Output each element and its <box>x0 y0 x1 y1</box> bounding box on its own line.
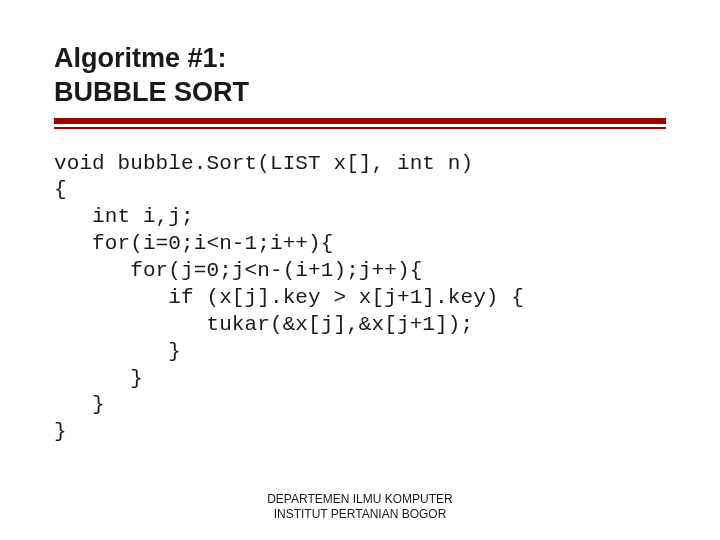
footer: DEPARTEMEN ILMU KOMPUTER INSTITUT PERTAN… <box>0 492 720 522</box>
title-line-1: Algoritme #1: <box>54 43 227 73</box>
title-rule-thin <box>54 127 666 129</box>
title-rule-thick <box>54 118 666 124</box>
title-line-2: BUBBLE SORT <box>54 77 249 107</box>
footer-line-1: DEPARTEMEN ILMU KOMPUTER <box>267 492 453 506</box>
slide: Algoritme #1: BUBBLE SORT void bubble.So… <box>0 0 720 446</box>
slide-title: Algoritme #1: BUBBLE SORT <box>54 42 666 110</box>
footer-line-2: INSTITUT PERTANIAN BOGOR <box>274 507 447 521</box>
code-block: void bubble.Sort(LIST x[], int n) { int … <box>54 151 666 447</box>
